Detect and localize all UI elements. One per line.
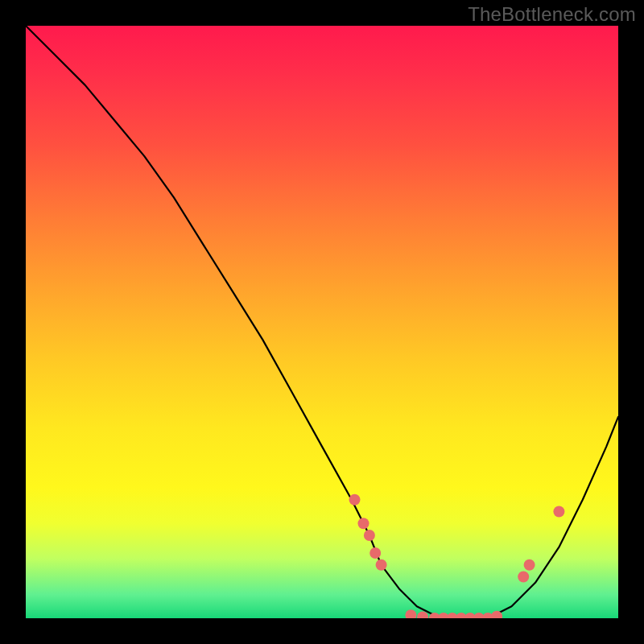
curve-marker — [349, 494, 361, 506]
curve-marker — [518, 572, 529, 583]
curve-marker — [376, 559, 387, 571]
curve-marker — [364, 530, 375, 541]
curve-marker — [553, 506, 564, 518]
chart-frame: TheBottleneck.com — [0, 0, 644, 644]
plot-area — [26, 26, 618, 618]
curve-marker — [369, 547, 381, 559]
bottleneck-curve-svg — [26, 26, 618, 618]
bottleneck-curve-line — [26, 26, 618, 618]
curve-marker — [417, 612, 428, 619]
curve-marker — [524, 559, 535, 571]
curve-marker — [405, 609, 416, 618]
curve-marker-group — [349, 494, 565, 618]
watermark-text: TheBottleneck.com — [468, 3, 636, 26]
curve-marker — [358, 518, 369, 529]
